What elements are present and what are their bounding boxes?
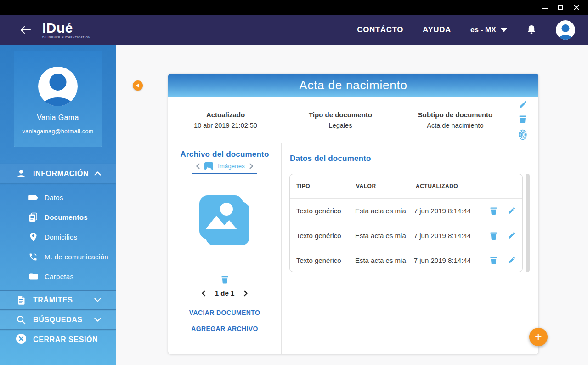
item-label: Documentos [45, 213, 88, 221]
data-panel-title: Datos del documento [290, 154, 371, 163]
col-header-valor: VALOR [356, 183, 416, 189]
next-page-button[interactable] [243, 290, 248, 297]
window-titlebar [0, 0, 588, 15]
section-label: INFORMACIÓN [33, 170, 89, 178]
profile-card: Vania Gama vaniagamag@hotmail.com [14, 51, 102, 147]
edit-row-button[interactable] [508, 256, 516, 265]
trash-icon [221, 274, 229, 285]
collapse-sidebar-button[interactable] [133, 80, 143, 91]
language-selector[interactable]: es - MX [470, 26, 507, 34]
close-circle-icon [16, 333, 27, 346]
file-type-tab: Imágenes [192, 162, 257, 174]
file-pagination: 1 de 1 [201, 289, 249, 297]
notifications-button[interactable] [526, 24, 537, 35]
edit-icon [508, 206, 516, 215]
trash-icon [490, 256, 498, 265]
delete-row-button[interactable] [490, 231, 498, 240]
prev-page-button[interactable] [201, 290, 206, 297]
add-file-link[interactable]: AGREGAR ARCHIVO [191, 325, 258, 332]
map-pin-icon [28, 232, 39, 242]
back-button[interactable] [19, 25, 31, 34]
item-label: M. de comunicación [45, 253, 108, 261]
close-icon[interactable] [573, 4, 580, 11]
table-header-row: TIPO VALOR ACTUALIZADO [290, 174, 522, 198]
delete-document-button[interactable] [519, 114, 527, 124]
meta-tipo: Tipo de documento Legales [283, 111, 398, 129]
delete-row-button[interactable] [490, 206, 498, 215]
search-icon [16, 315, 27, 325]
sidebar-submenu-informacion: Datos Documentos Domicilios M. de comuni… [0, 183, 116, 290]
edit-icon [508, 256, 516, 264]
item-label: Carpetas [45, 273, 74, 280]
add-data-fab[interactable]: + [529, 328, 548, 346]
chevron-left-icon [136, 83, 139, 88]
sidebar-section-busquedas[interactable]: BÚSQUEDAS [0, 310, 116, 330]
delete-file-button[interactable] [221, 274, 229, 285]
document-card-header: Acta de nacimiento [168, 74, 538, 97]
edit-row-button[interactable] [508, 231, 516, 240]
user-avatar[interactable] [556, 20, 575, 40]
image-icon [204, 162, 213, 170]
minimize-icon[interactable] [542, 6, 548, 9]
next-tab-button[interactable] [249, 163, 254, 169]
tab-label[interactable]: Imágenes [218, 163, 245, 170]
sidebar-item-domicilios[interactable]: Domicilios [0, 227, 116, 247]
folder-icon [28, 273, 39, 280]
table-scrollbar[interactable] [526, 174, 530, 272]
nav-ayuda[interactable]: AYUDA [423, 25, 451, 34]
sidebar-item-documentos[interactable]: Documentos [0, 207, 116, 227]
language-value: es - MX [470, 26, 496, 34]
edit-icon [508, 231, 516, 240]
maximize-icon[interactable] [558, 5, 563, 10]
image-preview-placeholder[interactable] [199, 195, 250, 246]
phone-icon [28, 252, 39, 262]
file-panel: Archivo del documento Imágenes [168, 143, 282, 354]
delete-row-button[interactable] [490, 256, 498, 265]
item-label: Datos [45, 194, 63, 201]
document-title: Acta de nacimiento [299, 78, 407, 92]
documents-icon [28, 212, 39, 222]
table-row: Texto genérico Esta acta es mia 7 jun 20… [290, 248, 522, 273]
fingerprint-button[interactable] [518, 129, 527, 140]
trash-icon [490, 206, 498, 215]
sidebar-item-comunicacion[interactable]: M. de comunicación [0, 247, 116, 267]
nav-contacto[interactable]: CONTÁCTO [357, 25, 403, 34]
col-header-tipo: TIPO [296, 183, 356, 189]
logo-subtitle: DILIGENCE AUTHENTICATION [42, 36, 90, 39]
logout-button[interactable]: CERRAR SESIÓN [0, 330, 116, 350]
document-meta: Actualizado 10 abr 2019 21:02:50 Tipo de… [168, 97, 538, 143]
prev-tab-button[interactable] [196, 163, 200, 169]
edit-document-button[interactable] [519, 100, 527, 109]
back-arrow-icon [19, 25, 31, 34]
document-card: Acta de nacimiento Actualizado 10 abr 20… [168, 74, 538, 354]
sidebar-section-informacion[interactable]: INFORMACIÓN [0, 164, 116, 183]
sidebar: Vania Gama vaniagamag@hotmail.com INFORM… [0, 45, 116, 365]
data-panel: Datos del documento TIPO VALOR ACTUALIZA… [282, 143, 538, 354]
trash-icon [519, 114, 527, 124]
chevron-down-icon [94, 298, 101, 302]
chevron-up-icon [94, 171, 101, 176]
sidebar-item-datos[interactable]: Datos [0, 188, 116, 207]
card-icon [28, 194, 39, 201]
table-row: Texto genérico Esta acta es mia 7 jun 20… [290, 223, 522, 248]
item-label: Domicilios [45, 233, 77, 241]
app-header: IDué DILIGENCE AUTHENTICATION CONTÁCTO A… [0, 15, 588, 45]
edit-row-button[interactable] [508, 206, 516, 215]
sidebar-item-carpetas[interactable]: Carpetas [0, 267, 116, 286]
document-data-table: TIPO VALOR ACTUALIZADO Texto genérico Es… [289, 174, 523, 272]
app-logo: IDué DILIGENCE AUTHENTICATION [42, 21, 90, 39]
bell-icon [526, 24, 537, 35]
sidebar-section-tramites[interactable]: TRÁMITES [0, 290, 116, 310]
chevron-down-icon [501, 28, 507, 32]
empty-document-link[interactable]: VACIAR DOCUMENTO [189, 309, 260, 316]
trash-icon [490, 231, 498, 240]
image-placeholder-icon [199, 195, 243, 239]
chevron-down-icon [94, 318, 101, 322]
section-label: BÚSQUEDAS [33, 316, 83, 324]
profile-name: Vania Gama [14, 114, 102, 122]
document-icon [16, 296, 27, 305]
pagination-text: 1 de 1 [215, 289, 235, 297]
logo-text: IDué [42, 21, 90, 35]
file-panel-title: Archivo del documento [180, 150, 269, 159]
fingerprint-icon [518, 129, 527, 140]
